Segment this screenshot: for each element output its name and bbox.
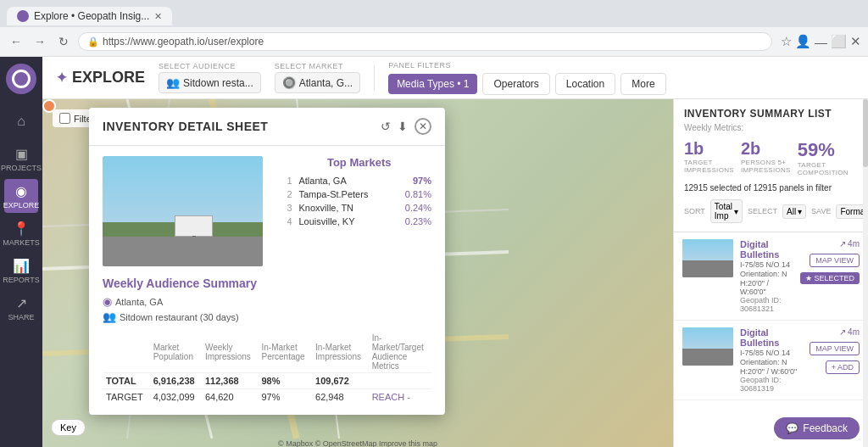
- inv-item-1-actions: ↗ 4m MAP VIEW ★ SELECTED: [800, 239, 860, 313]
- panel-filters-section: PANEL FILTERS Media Types • 1 Operators …: [388, 61, 665, 95]
- inventory-item-2[interactable]: Digital Bulletins I-75/85 N/O 14 Orienta…: [674, 321, 868, 400]
- market-pct-4: 0.23%: [405, 216, 431, 226]
- filter-btn-operators[interactable]: Operators: [482, 73, 549, 95]
- forward-btn[interactable]: →: [31, 32, 49, 51]
- select-audience-label: SELECT AUDIENCE: [159, 62, 261, 70]
- inventory-item-1[interactable]: Digital Bulletins I-75/85 N/O 14 Orienta…: [674, 232, 868, 321]
- sidebar-item-markets[interactable]: 📍 MARKETS: [4, 216, 38, 250]
- filter-chip-media-types[interactable]: Media Types • 1: [388, 74, 477, 94]
- inv-metric-composition-value: 59%: [798, 139, 849, 161]
- address-bar: ← → ↻ 🔒 https://www.geopath.io/user/expl…: [0, 27, 868, 56]
- active-tab[interactable]: Explore • Geopath Insig... ✕: [7, 7, 172, 25]
- cell-total-metrics: [369, 373, 431, 389]
- app-title: ✦ EXPLORE: [56, 69, 145, 87]
- select-value: All: [787, 207, 796, 216]
- panel-filters-label: PANEL FILTERS: [388, 61, 665, 70]
- inv-metric-composition: 59% TARGETCOMPOSITION: [798, 139, 849, 176]
- logo-circle: [12, 70, 31, 88]
- feedback-icon: 💬: [786, 422, 798, 434]
- save-label: SAVE: [811, 207, 831, 215]
- select-label: SELECT: [748, 207, 777, 215]
- inv-metric-composition-label: TARGETCOMPOSITION: [798, 161, 849, 176]
- select-select[interactable]: All ▾: [782, 204, 806, 219]
- inv-controls: SORT Total Imp ▾ SELECT All ▾ SAVE Forma…: [684, 199, 858, 223]
- inv-item-2-img: [682, 327, 733, 366]
- select-market-label: SELECT MARKET: [275, 62, 360, 70]
- col-header-in-market-imp: In-MarketImpressions: [312, 332, 369, 373]
- table-row-total: TOTAL 6,916,238 112,368 98% 109,672: [103, 373, 431, 389]
- inv-item-1-map-view-btn[interactable]: MAP VIEW: [810, 254, 860, 267]
- market-pct-1: 97%: [413, 176, 431, 186]
- inventory-detail-modal: INVENTORY DETAIL SHEET ↺ ⬇ ✕: [89, 108, 445, 415]
- inv-metric-persons-label: PERSONS 5+IMPRESSIONS: [741, 159, 791, 174]
- audience-people-icon: 👥: [103, 310, 116, 323]
- close-window-btn[interactable]: ✕: [850, 34, 861, 49]
- reach-link[interactable]: REACH -: [372, 392, 410, 402]
- maximize-btn[interactable]: ⬜: [831, 34, 847, 49]
- inv-item-2-add-btn[interactable]: + ADD: [826, 360, 860, 374]
- filter-btn-more[interactable]: More: [620, 73, 665, 95]
- filter-chips: Media Types • 1 Operators Location More: [388, 73, 665, 95]
- inventory-scrollbar-track[interactable]: [863, 99, 868, 447]
- sidebar-item-projects-label: PROJECTS: [1, 164, 42, 172]
- feedback-btn[interactable]: 💬 Feedback: [774, 417, 860, 439]
- profile-btn[interactable]: 👤: [795, 34, 811, 49]
- location-circle-icon: ◉: [103, 295, 112, 308]
- table-header-row: MarketPopulation WeeklyImpressions In-Ma…: [103, 332, 431, 373]
- sidebar-item-reports[interactable]: 📊 REPORTS: [4, 254, 38, 288]
- inv-item-1-time: ↗ 4m: [839, 239, 860, 249]
- modal-download-btn[interactable]: ⬇: [398, 120, 408, 133]
- url-text: https://www.geopath.io/user/explore: [103, 36, 264, 47]
- inv-item-2-geopath: Geopath ID: 30681319: [740, 376, 803, 393]
- sidebar-item-share[interactable]: ↗ SHARE: [4, 291, 38, 325]
- url-bar[interactable]: 🔒 https://www.geopath.io/user/explore: [78, 32, 772, 51]
- filter-btn-location[interactable]: Location: [555, 73, 615, 95]
- cell-target-in-market-pct: 97%: [258, 389, 312, 405]
- inv-item-1-selected-btn[interactable]: ★ SELECTED: [800, 272, 860, 284]
- inv-item-2-time-value: 4m: [848, 327, 860, 337]
- inv-metric-persons: 2b PERSONS 5+IMPRESSIONS: [741, 139, 791, 176]
- select-market-btn[interactable]: 🔘 Atlanta, G...: [275, 72, 360, 93]
- inv-item-1-name: Digital Bulletins: [740, 239, 793, 260]
- modal-billboard-image: [103, 156, 263, 266]
- weekly-location: ◉ Atlanta, GA: [103, 295, 431, 308]
- inv-metric-persons-value: 2b: [741, 139, 791, 159]
- star-btn[interactable]: ☆: [781, 34, 792, 49]
- inventory-summary-header: INVENTORY SUMMARY LIST Weekly Metrics: 1…: [674, 99, 868, 232]
- map-container[interactable]: // Render pins from data after DOM ready…: [42, 99, 673, 447]
- sidebar-item-home[interactable]: ⌂: [4, 104, 38, 138]
- select-chevron: ▾: [798, 207, 802, 216]
- inventory-scrollbar-thumb[interactable]: [863, 99, 868, 167]
- market-item-1: 1 Atlanta, GA 97%: [287, 176, 431, 186]
- sidebar-item-projects[interactable]: ▣ PROJECTS: [4, 142, 38, 176]
- key-btn[interactable]: Key: [51, 419, 86, 436]
- sidebar-item-explore[interactable]: ◉ EXPLORE: [4, 179, 38, 213]
- modal-close-btn[interactable]: ✕: [415, 118, 431, 135]
- top-markets-title: Top Markets: [287, 156, 431, 169]
- cell-target-metrics: REACH -: [369, 389, 431, 405]
- inv-item-2-detail1: I-75/85 N/O 14: [740, 349, 803, 357]
- select-audience-btn[interactable]: 👥 Sitdown resta...: [159, 72, 261, 93]
- inv-item-1-info: Digital Bulletins I-75/85 N/O 14 Orienta…: [740, 239, 793, 313]
- back-btn[interactable]: ←: [7, 32, 25, 51]
- sidebar-item-explore-label: EXPLORE: [3, 201, 40, 210]
- inv-item-2-time: ↗ 4m: [839, 327, 860, 337]
- tab-favicon: [17, 10, 29, 22]
- minimize-btn[interactable]: —: [815, 35, 827, 49]
- market-item-3: 3 Knoxville, TN 0.24%: [287, 203, 431, 213]
- refresh-btn[interactable]: ↻: [54, 32, 73, 51]
- tab-close-btn[interactable]: ✕: [154, 11, 162, 22]
- filter-checkbox-input[interactable]: [59, 113, 70, 124]
- select-audience-group: SELECT AUDIENCE 👥 Sitdown resta...: [159, 62, 261, 93]
- modal-refresh-btn[interactable]: ↺: [381, 120, 391, 133]
- inv-item-1-dimensions: H:20'0" / W:60'0": [740, 279, 793, 296]
- market-item-2: 2 Tampa-St.Peters 0.81%: [287, 189, 431, 199]
- sidebar-item-share-label: SHARE: [8, 313, 34, 321]
- inv-item-2-map-view-btn[interactable]: MAP VIEW: [810, 342, 860, 355]
- market-name-4: Louisville, KY: [298, 216, 354, 226]
- sort-select[interactable]: Total Imp ▾: [710, 199, 743, 223]
- tab-bar: Explore • Geopath Insig... ✕: [0, 0, 868, 27]
- image-road: [103, 237, 263, 266]
- weekly-audience: 👥 Sitdown restaurant (30 days): [103, 310, 431, 323]
- col-header-in-market-pct: In-MarketPercentage: [258, 332, 312, 373]
